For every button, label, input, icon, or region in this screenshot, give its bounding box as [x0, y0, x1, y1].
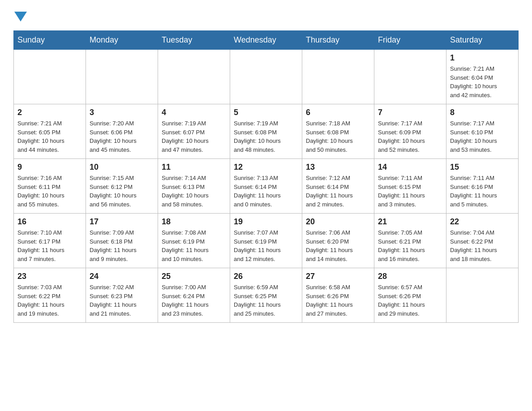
day-info: Sunrise: 7:18 AMSunset: 6:08 PMDaylight:…: [306, 119, 370, 154]
calendar-week-5: 23Sunrise: 7:03 AMSunset: 6:22 PMDayligh…: [14, 268, 519, 323]
day-info: Sunrise: 7:08 AMSunset: 6:19 PMDaylight:…: [162, 228, 226, 263]
calendar-cell: 24Sunrise: 7:02 AMSunset: 6:23 PMDayligh…: [86, 268, 158, 323]
day-info: Sunrise: 7:12 AMSunset: 6:14 PMDaylight:…: [306, 174, 370, 209]
day-info: Sunrise: 7:02 AMSunset: 6:23 PMDaylight:…: [90, 283, 154, 318]
day-info: Sunrise: 7:17 AMSunset: 6:09 PMDaylight:…: [378, 119, 442, 154]
calendar-cell: [446, 268, 519, 323]
calendar-cell: [230, 50, 302, 104]
day-number: 24: [90, 272, 154, 281]
calendar-cell: 4Sunrise: 7:19 AMSunset: 6:07 PMDaylight…: [158, 104, 230, 159]
calendar-cell: 20Sunrise: 7:06 AMSunset: 6:20 PMDayligh…: [302, 214, 374, 268]
day-info: Sunrise: 7:04 AMSunset: 6:22 PMDaylight:…: [450, 228, 515, 263]
day-number: 19: [234, 217, 298, 227]
calendar-cell: 27Sunrise: 6:58 AMSunset: 6:26 PMDayligh…: [302, 268, 374, 323]
calendar-cell: [374, 50, 446, 104]
calendar-cell: 7Sunrise: 7:17 AMSunset: 6:09 PMDaylight…: [374, 104, 446, 159]
day-info: Sunrise: 7:17 AMSunset: 6:10 PMDaylight:…: [450, 119, 515, 154]
page-header: [13, 9, 519, 21]
day-info: Sunrise: 6:58 AMSunset: 6:26 PMDaylight:…: [306, 283, 370, 318]
day-number: 12: [234, 163, 298, 172]
calendar-cell: 9Sunrise: 7:16 AMSunset: 6:11 PMDaylight…: [14, 159, 86, 214]
day-info: Sunrise: 7:19 AMSunset: 6:08 PMDaylight:…: [234, 119, 298, 154]
calendar-cell: [302, 50, 374, 104]
day-number: 7: [378, 108, 442, 117]
day-info: Sunrise: 7:14 AMSunset: 6:13 PMDaylight:…: [162, 174, 226, 209]
day-number: 23: [17, 272, 82, 281]
day-number: 4: [162, 108, 226, 117]
calendar-week-2: 2Sunrise: 7:21 AMSunset: 6:05 PMDaylight…: [14, 104, 519, 159]
weekday-header-wednesday: Wednesday: [230, 31, 302, 50]
day-number: 16: [17, 217, 82, 227]
day-info: Sunrise: 7:07 AMSunset: 6:19 PMDaylight:…: [234, 228, 298, 263]
weekday-header-sunday: Sunday: [14, 31, 86, 50]
day-info: Sunrise: 7:11 AMSunset: 6:16 PMDaylight:…: [450, 174, 515, 209]
calendar-cell: 26Sunrise: 6:59 AMSunset: 6:25 PMDayligh…: [230, 268, 302, 323]
day-number: 22: [450, 217, 515, 227]
calendar-cell: 23Sunrise: 7:03 AMSunset: 6:22 PMDayligh…: [14, 268, 86, 323]
day-number: 21: [378, 217, 442, 227]
day-info: Sunrise: 7:21 AMSunset: 6:05 PMDaylight:…: [17, 119, 82, 154]
day-number: 10: [90, 163, 154, 172]
weekday-header-tuesday: Tuesday: [158, 31, 230, 50]
calendar-cell: 19Sunrise: 7:07 AMSunset: 6:19 PMDayligh…: [230, 214, 302, 268]
calendar-cell: 14Sunrise: 7:11 AMSunset: 6:15 PMDayligh…: [374, 159, 446, 214]
day-info: Sunrise: 6:57 AMSunset: 6:26 PMDaylight:…: [378, 283, 442, 318]
day-number: 1: [450, 53, 515, 63]
day-info: Sunrise: 7:19 AMSunset: 6:07 PMDaylight:…: [162, 119, 226, 154]
day-number: 2: [17, 108, 82, 117]
calendar-cell: 21Sunrise: 7:05 AMSunset: 6:21 PMDayligh…: [374, 214, 446, 268]
day-number: 25: [162, 272, 226, 281]
day-number: 20: [306, 217, 370, 227]
calendar-cell: 22Sunrise: 7:04 AMSunset: 6:22 PMDayligh…: [446, 214, 519, 268]
day-number: 26: [234, 272, 298, 281]
calendar-week-1: 1Sunrise: 7:21 AMSunset: 6:04 PMDaylight…: [14, 50, 519, 104]
calendar-cell: 16Sunrise: 7:10 AMSunset: 6:17 PMDayligh…: [14, 214, 86, 268]
calendar-cell: [158, 50, 230, 104]
calendar-cell: 3Sunrise: 7:20 AMSunset: 6:06 PMDaylight…: [86, 104, 158, 159]
day-number: 13: [306, 163, 370, 172]
calendar-cell: 8Sunrise: 7:17 AMSunset: 6:10 PMDaylight…: [446, 104, 519, 159]
calendar-week-3: 9Sunrise: 7:16 AMSunset: 6:11 PMDaylight…: [14, 159, 519, 214]
weekday-header-saturday: Saturday: [446, 31, 519, 50]
day-number: 6: [306, 108, 370, 117]
day-info: Sunrise: 7:09 AMSunset: 6:18 PMDaylight:…: [90, 228, 154, 263]
day-info: Sunrise: 7:13 AMSunset: 6:14 PMDaylight:…: [234, 174, 298, 209]
day-number: 11: [162, 163, 226, 172]
day-info: Sunrise: 7:03 AMSunset: 6:22 PMDaylight:…: [17, 283, 82, 318]
day-info: Sunrise: 7:10 AMSunset: 6:17 PMDaylight:…: [17, 228, 82, 263]
weekday-header-monday: Monday: [86, 31, 158, 50]
calendar-cell: 6Sunrise: 7:18 AMSunset: 6:08 PMDaylight…: [302, 104, 374, 159]
calendar-cell: 5Sunrise: 7:19 AMSunset: 6:08 PMDaylight…: [230, 104, 302, 159]
calendar-cell: 2Sunrise: 7:21 AMSunset: 6:05 PMDaylight…: [14, 104, 86, 159]
day-info: Sunrise: 7:11 AMSunset: 6:15 PMDaylight:…: [378, 174, 442, 209]
day-number: 8: [450, 108, 515, 117]
calendar-cell: 25Sunrise: 7:00 AMSunset: 6:24 PMDayligh…: [158, 268, 230, 323]
calendar-cell: 11Sunrise: 7:14 AMSunset: 6:13 PMDayligh…: [158, 159, 230, 214]
weekday-header-row: SundayMondayTuesdayWednesdayThursdayFrid…: [14, 31, 519, 50]
day-number: 15: [450, 163, 515, 172]
svg-marker-0: [14, 12, 27, 21]
weekday-header-thursday: Thursday: [302, 31, 374, 50]
day-number: 14: [378, 163, 442, 172]
day-number: 27: [306, 272, 370, 281]
day-number: 3: [90, 108, 154, 117]
day-number: 28: [378, 272, 442, 281]
calendar-cell: 12Sunrise: 7:13 AMSunset: 6:14 PMDayligh…: [230, 159, 302, 214]
calendar-cell: 17Sunrise: 7:09 AMSunset: 6:18 PMDayligh…: [86, 214, 158, 268]
day-info: Sunrise: 7:16 AMSunset: 6:11 PMDaylight:…: [17, 174, 82, 209]
calendar-cell: [86, 50, 158, 104]
calendar-cell: [14, 50, 86, 104]
day-info: Sunrise: 7:20 AMSunset: 6:06 PMDaylight:…: [90, 119, 154, 154]
day-info: Sunrise: 7:15 AMSunset: 6:12 PMDaylight:…: [90, 174, 154, 209]
calendar-cell: 1Sunrise: 7:21 AMSunset: 6:04 PMDaylight…: [446, 50, 519, 104]
calendar-cell: 28Sunrise: 6:57 AMSunset: 6:26 PMDayligh…: [374, 268, 446, 323]
weekday-header-friday: Friday: [374, 31, 446, 50]
day-info: Sunrise: 7:00 AMSunset: 6:24 PMDaylight:…: [162, 283, 226, 318]
logo-triangle-icon: [14, 12, 27, 21]
calendar-cell: 15Sunrise: 7:11 AMSunset: 6:16 PMDayligh…: [446, 159, 519, 214]
day-info: Sunrise: 7:05 AMSunset: 6:21 PMDaylight:…: [378, 228, 442, 263]
logo: [13, 9, 27, 21]
calendar-week-4: 16Sunrise: 7:10 AMSunset: 6:17 PMDayligh…: [14, 214, 519, 268]
calendar-cell: 18Sunrise: 7:08 AMSunset: 6:19 PMDayligh…: [158, 214, 230, 268]
day-number: 17: [90, 217, 154, 227]
